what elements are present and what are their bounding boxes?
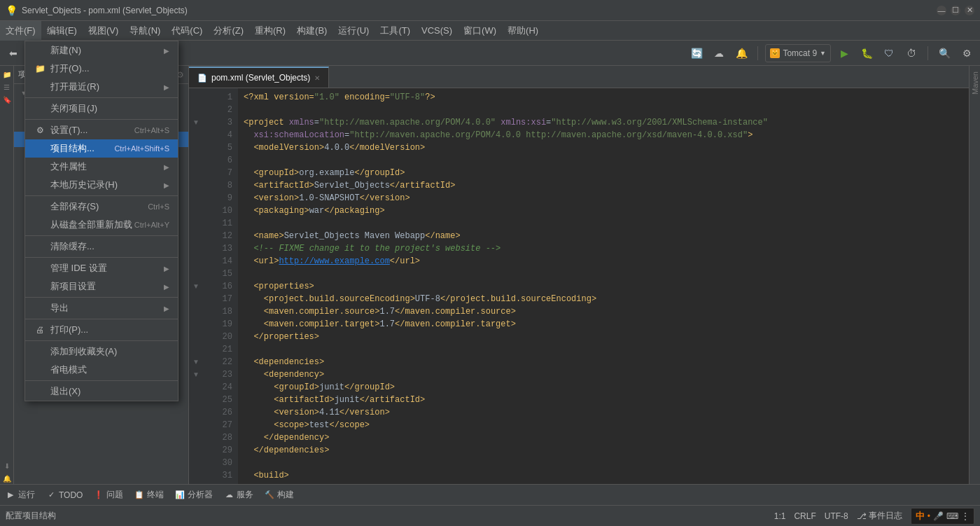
menu-tools[interactable]: 工具(T) (374, 21, 416, 41)
tab-label: pom.xml (Servlet_Objects) (211, 73, 310, 83)
tool-problems[interactable]: ❗ 问题 (94, 489, 123, 501)
menu-settings[interactable]: ⚙ 设置(T)... Ctrl+Alt+S (25, 121, 178, 139)
gutter-23[interactable]: ▼ (189, 368, 203, 381)
gutter-22[interactable]: ▼ (189, 356, 203, 368)
git-branch-status[interactable]: ⎇ 事件日志 (857, 510, 902, 522)
toolbar-sep-3 (757, 46, 758, 60)
menu-window[interactable]: 窗口(W) (458, 21, 502, 41)
left-icon-git[interactable]: ⬇ (1, 460, 13, 471)
menu-file-props-label: 文件属性 (50, 160, 87, 173)
left-icon-project[interactable]: 📁 (1, 69, 13, 80)
run-button[interactable]: ▶ (835, 44, 853, 62)
build-icon: 🔨 (265, 490, 274, 500)
left-icon-bar: 📁 ☰ 🔖 ⬇ 🔔 (0, 66, 14, 484)
tab-file-icon: 📄 (197, 74, 207, 83)
menu-power-save-label: 省电模式 (50, 364, 87, 376)
toolbar-back-button[interactable]: ⬅ (4, 44, 22, 62)
menu-file[interactable]: 文件(F) (0, 21, 41, 41)
file-encoding[interactable]: UTF-8 (825, 511, 848, 521)
maximize-button[interactable]: ☐ (951, 6, 960, 15)
tool-build[interactable]: 🔨 构建 (265, 489, 294, 501)
menu-edit[interactable]: 编辑(E) (41, 21, 83, 41)
menu-clear-cache-label: 清除缓存... (50, 240, 94, 253)
line-numbers: 12345 678910 1112131415 1617181920 21222… (203, 88, 238, 484)
menu-reload-shortcut: Ctrl+Alt+Y (134, 221, 169, 229)
editor-tab-pom[interactable]: 📄 pom.xml (Servlet_Objects) ✕ (189, 67, 329, 88)
close-button[interactable]: ✕ (965, 6, 974, 15)
toolbar-sync-button[interactable]: 🔄 (687, 44, 706, 62)
coverage-button[interactable]: 🛡 (880, 44, 898, 62)
tool-terminal[interactable]: 📋 终端 (134, 489, 164, 501)
menu-export[interactable]: 导出 ▶ (25, 299, 178, 317)
left-icon-notifications[interactable]: 🔔 (1, 473, 13, 484)
menu-print[interactable]: 🖨 打印(P)... (25, 321, 178, 339)
file-dropdown-menu: 新建(N) ▶ 📁 打开(O)... 打开最近(R) ▶ 关闭项目(J) ⚙ 设… (24, 41, 178, 401)
submenu-arrow: ▶ (164, 181, 169, 189)
left-icon-structure[interactable]: ☰ (1, 81, 13, 92)
menu-close-project[interactable]: 关闭项目(J) (25, 99, 178, 118)
search-everywhere-button[interactable]: 🔍 (935, 44, 953, 62)
menu-manage-ide[interactable]: 管理 IDE 设置 ▶ (25, 259, 178, 277)
tool-todo-label: TODO (59, 490, 83, 500)
menu-new[interactable]: 新建(N) ▶ (25, 41, 178, 60)
app-icon: 💡 (6, 5, 18, 16)
menu-project-structure[interactable]: 项目结构... Ctrl+Alt+Shift+S (25, 139, 178, 158)
tool-profiler[interactable]: 📊 分析器 (175, 489, 213, 501)
minimize-button[interactable]: — (937, 6, 946, 15)
menu-bar: 文件(F) 编辑(E) 视图(V) 导航(N) 代码(C) 分析(Z) 重构(R… (0, 21, 980, 41)
menu-new-project-settings[interactable]: 新项目设置 ▶ (25, 277, 178, 296)
menu-view[interactable]: 视图(V) (83, 21, 124, 41)
menu-open-left: 📁 打开(O)... (34, 62, 90, 75)
tool-todo[interactable]: ✓ TODO (46, 490, 83, 500)
gutter-3[interactable]: ▼ (189, 116, 203, 129)
profile-button[interactable]: ⏱ (902, 44, 920, 62)
menu-add-favorites-label: 添加到收藏夹(A) (50, 345, 117, 358)
menu-settings-shortcut: Ctrl+Alt+S (134, 126, 169, 134)
toolbar-upload-button[interactable]: ☁ (710, 44, 728, 62)
line-separator[interactable]: CRLF (794, 511, 816, 521)
left-icon-bookmark[interactable]: 🔖 (1, 94, 13, 105)
menu-power-save[interactable]: 省电模式 (25, 361, 178, 379)
menu-navigate[interactable]: 导航(N) (124, 21, 166, 41)
menu-project-structure-left: 项目结构... (34, 142, 94, 155)
menu-clear-cache[interactable]: 清除缓存... (25, 237, 178, 256)
menu-code[interactable]: 代码(C) (166, 21, 208, 41)
menu-help[interactable]: 帮助(H) (502, 21, 544, 41)
maven-panel-label[interactable]: Maven (971, 66, 979, 100)
menu-open[interactable]: 📁 打开(O)... (25, 60, 178, 78)
menu-refactor[interactable]: 重构(R) (249, 21, 291, 41)
menu-sep-4 (25, 235, 178, 236)
menu-file-props[interactable]: 文件属性 ▶ (25, 158, 178, 176)
run-config-selector[interactable]: 🐱 Tomcat 9 ▼ (765, 44, 831, 62)
menu-local-history[interactable]: 本地历史记录(H) ▶ (25, 176, 178, 194)
settings-button[interactable]: ⚙ (958, 44, 976, 62)
menu-save-all[interactable]: 全部保存(S) Ctrl+S (25, 198, 178, 216)
tool-services[interactable]: ☁ 服务 (224, 489, 253, 501)
gutter-17 (189, 293, 203, 305)
gutter-5 (189, 141, 203, 154)
git-icon: ⎇ (857, 511, 867, 521)
gutter-16[interactable]: ▼ (189, 280, 203, 293)
gutter-15 (189, 268, 203, 280)
menu-exit[interactable]: 退出(X) (25, 382, 178, 401)
cursor-position[interactable]: 1:1 (774, 511, 786, 521)
gutter-21 (189, 343, 203, 356)
menu-new-left: 新建(N) (34, 44, 81, 57)
submenu-arrow: ▶ (164, 305, 169, 312)
menu-analyze[interactable]: 分析(Z) (208, 21, 249, 41)
menu-open-recent[interactable]: 打开最近(R) ▶ (25, 78, 178, 96)
title-bar: 💡 Servlet_Objects - pom.xml (Servlet_Obj… (0, 0, 980, 21)
menu-new-label: 新建(N) (50, 44, 81, 57)
toolbar-notifications-button[interactable]: 🔔 (732, 44, 750, 62)
menu-reload[interactable]: 从磁盘全部重新加载 Ctrl+Alt+Y (25, 216, 178, 234)
menu-run[interactable]: 运行(U) (332, 21, 374, 41)
tool-run[interactable]: ▶ 运行 (6, 489, 35, 501)
menu-build[interactable]: 构建(B) (291, 21, 332, 41)
debug-button[interactable]: 🐛 (858, 44, 876, 62)
menu-sep-6 (25, 297, 178, 298)
menu-vcs[interactable]: VCS(S) (416, 21, 458, 41)
tab-close-button[interactable]: ✕ (314, 74, 320, 82)
code-content[interactable]: <?xml version="1.0" encoding="UTF-8"?> <… (238, 88, 969, 484)
config-project-status[interactable]: 配置项目结构 (6, 510, 56, 522)
menu-add-favorites[interactable]: 添加到收藏夹(A) (25, 342, 178, 361)
